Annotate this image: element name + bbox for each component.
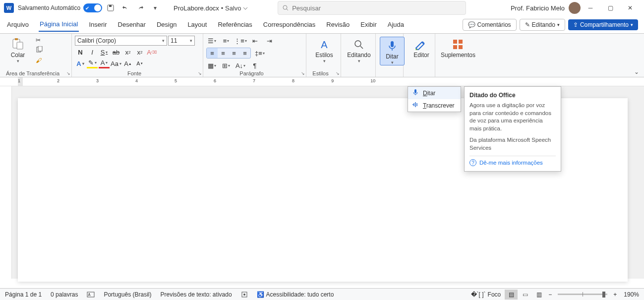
- grow-font-icon[interactable]: A▲: [122, 59, 133, 68]
- close-icon[interactable]: ✕: [620, 1, 640, 15]
- multilevel-button[interactable]: ⋮≡: [235, 36, 246, 46]
- dictate-button[interactable]: Ditar ▾: [380, 37, 405, 65]
- dictate-tooltip: Ditado do Office Agora use a digitação p…: [464, 86, 561, 172]
- status-words[interactable]: 0 palavras: [51, 291, 78, 298]
- subscript-button[interactable]: x2: [122, 47, 133, 57]
- sort-button[interactable]: A↓: [235, 60, 246, 70]
- align-left-icon[interactable]: ≡: [207, 48, 218, 58]
- numbering-button[interactable]: ≡: [221, 36, 232, 46]
- status-accessibility[interactable]: ♿Acessibilidade: tudo certo: [257, 291, 334, 298]
- borders-button[interactable]: ⊞: [221, 60, 232, 70]
- save-icon[interactable]: [104, 1, 117, 14]
- dropdown-item-ditar[interactable]: Ditar: [408, 87, 461, 99]
- save-state[interactable]: • Salvo: [221, 4, 248, 12]
- share-icon: ⇪: [573, 21, 578, 28]
- bold-button[interactable]: N: [75, 47, 86, 57]
- ribbon-collapse-icon[interactable]: ⌄: [629, 34, 644, 77]
- dropdown-item-transcrever[interactable]: Transcrever: [408, 99, 461, 112]
- decrease-indent-icon[interactable]: ⇤: [249, 36, 260, 46]
- line-spacing-button[interactable]: ‡≡: [254, 48, 265, 58]
- menu-arquivo[interactable]: Arquivo: [6, 18, 30, 31]
- horizontal-ruler[interactable]: 1 2 3 4 5 6 7 8 9 10: [0, 77, 644, 86]
- read-mode-view-icon[interactable]: ▭: [519, 290, 531, 300]
- svg-rect-1: [109, 5, 112, 7]
- minimize-icon[interactable]: ─: [581, 1, 600, 15]
- change-case-button[interactable]: Aa: [111, 59, 121, 68]
- font-launcher-icon[interactable]: ↘: [198, 71, 202, 76]
- search-box[interactable]: [278, 1, 466, 15]
- menu-referencias[interactable]: Referências: [217, 18, 253, 31]
- paragraph-launcher-icon[interactable]: ↘: [301, 71, 305, 76]
- menu-exibir[interactable]: Exibir: [359, 18, 378, 31]
- format-painter-icon[interactable]: 🖌: [36, 57, 43, 64]
- svg-rect-13: [459, 45, 463, 49]
- highlight-button[interactable]: ✎: [87, 59, 98, 68]
- zoom-in-icon[interactable]: +: [611, 291, 619, 298]
- undo-icon[interactable]: [119, 1, 132, 14]
- maximize-icon[interactable]: ▢: [600, 1, 620, 15]
- text-effects-button[interactable]: A: [75, 59, 86, 68]
- user-name[interactable]: Prof. Fabricio Melo: [511, 4, 565, 12]
- zoom-slider[interactable]: [558, 294, 607, 295]
- svg-rect-10: [453, 40, 457, 44]
- status-text-predictions[interactable]: Previsões de texto: ativado: [160, 291, 232, 298]
- paste-button[interactable]: Colar ▾: [3, 36, 33, 64]
- align-right-icon[interactable]: ≡: [229, 48, 239, 58]
- focus-mode-button[interactable]: �`[ ]`Foco: [468, 290, 504, 300]
- web-layout-view-icon[interactable]: ▥: [532, 290, 545, 300]
- editing-find-button[interactable]: Editando ▾: [344, 36, 374, 63]
- status-spellcheck-icon[interactable]: [87, 291, 95, 298]
- menu-layout[interactable]: Layout: [186, 18, 208, 31]
- clipboard-icon: [9, 37, 27, 52]
- strike-button[interactable]: ab: [111, 47, 121, 57]
- share-button[interactable]: ⇪Compartilhamento ▾: [568, 19, 638, 30]
- menu-correspondencias[interactable]: Correspondências: [262, 18, 317, 31]
- dictate-dropdown: Ditar Transcrever: [408, 86, 461, 112]
- menu-design[interactable]: Design: [156, 18, 177, 31]
- menu-ajuda[interactable]: Ajuda: [387, 18, 405, 31]
- status-page[interactable]: Página 1 de 1: [5, 291, 42, 298]
- redo-icon[interactable]: [134, 1, 147, 14]
- italic-button[interactable]: I: [87, 47, 98, 57]
- menu-pagina-inicial[interactable]: Página Inicial: [39, 17, 79, 32]
- comments-button[interactable]: 💬Comentários: [463, 19, 517, 31]
- increase-indent-icon[interactable]: ⇥: [264, 36, 275, 46]
- zoom-out-icon[interactable]: −: [546, 291, 554, 298]
- addins-button[interactable]: Suplementos: [438, 36, 478, 59]
- shrink-font-icon[interactable]: A▼: [134, 59, 145, 68]
- qat-customize-icon[interactable]: ▾: [149, 1, 162, 14]
- status-language[interactable]: Português (Brasil): [104, 291, 151, 298]
- shading-button[interactable]: ▦: [206, 60, 217, 70]
- bullets-button[interactable]: ☰: [206, 36, 217, 46]
- styles-launcher-icon[interactable]: ↘: [336, 71, 340, 76]
- menu-revisao[interactable]: Revisão: [325, 18, 351, 31]
- font-color-button[interactable]: A: [99, 59, 110, 68]
- align-justify-icon[interactable]: ≡: [239, 48, 250, 58]
- svg-rect-12: [453, 45, 457, 49]
- tooltip-more-link[interactable]: ? Dê-me mais informações: [469, 156, 556, 166]
- menu-inserir[interactable]: Inserir: [88, 18, 108, 31]
- show-marks-icon[interactable]: ¶: [249, 60, 260, 70]
- font-family-combo[interactable]: Calibri (Corpo)▾: [75, 36, 167, 46]
- zoom-level[interactable]: 190%: [624, 291, 639, 298]
- search-input[interactable]: [292, 4, 462, 12]
- cut-icon[interactable]: ✂: [36, 37, 43, 44]
- clear-format-icon[interactable]: A⌫: [146, 47, 157, 57]
- group-label-clipboard: Área de Transferência: [0, 70, 65, 76]
- align-center-icon[interactable]: ≡: [218, 48, 229, 58]
- print-layout-view-icon[interactable]: ▤: [505, 290, 518, 300]
- vertical-ruler[interactable]: [0, 86, 12, 279]
- font-size-combo[interactable]: 11▾: [168, 36, 195, 46]
- user-avatar-icon[interactable]: [569, 2, 581, 14]
- editing-mode-button[interactable]: ✎Editando ▾: [520, 19, 565, 31]
- styles-button[interactable]: A Estilos ▾: [309, 36, 339, 63]
- status-macro-icon[interactable]: [241, 291, 248, 298]
- superscript-button[interactable]: x2: [134, 47, 145, 57]
- copy-icon[interactable]: [36, 46, 43, 55]
- menu-desenhar[interactable]: Desenhar: [117, 18, 147, 31]
- help-icon: ?: [469, 159, 476, 166]
- clipboard-launcher-icon[interactable]: ↘: [66, 71, 70, 76]
- autosave-toggle[interactable]: ✔: [83, 3, 102, 12]
- editor-button[interactable]: Editor: [407, 36, 436, 59]
- underline-button[interactable]: S: [99, 47, 110, 57]
